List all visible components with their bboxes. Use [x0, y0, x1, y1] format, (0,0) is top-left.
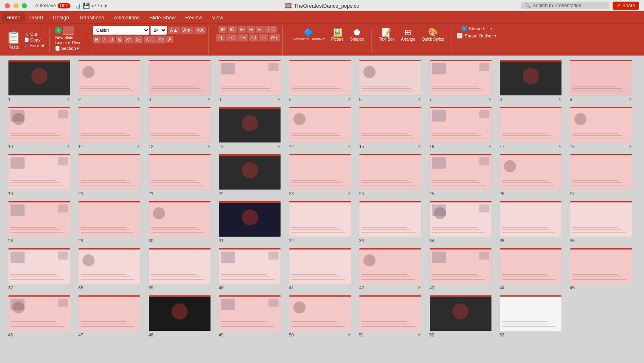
- slide-item[interactable]: 14★: [289, 107, 355, 149]
- slide-item[interactable]: 41☆: [289, 248, 355, 290]
- slide-star[interactable]: ★: [417, 332, 421, 337]
- slide-star[interactable]: ☆: [277, 191, 281, 196]
- slide-star[interactable]: ☆: [207, 332, 211, 337]
- slide-item[interactable]: 53☆: [500, 295, 566, 337]
- slide-thumbnail[interactable]: [429, 201, 492, 237]
- slide-item[interactable]: 1★: [8, 60, 74, 102]
- slide-thumbnail[interactable]: [289, 295, 351, 331]
- minimize-button[interactable]: [13, 3, 19, 8]
- slide-star[interactable]: ☆: [558, 285, 562, 290]
- slide-star[interactable]: ★: [136, 144, 140, 149]
- slide-thumbnail[interactable]: [78, 107, 140, 143]
- slide-item[interactable]: 48☆: [149, 295, 215, 337]
- slide-thumbnail[interactable]: [359, 295, 421, 331]
- slide-thumbnail[interactable]: [500, 154, 562, 190]
- slide-item[interactable]: 52☆: [429, 295, 495, 337]
- slide-thumbnail[interactable]: [289, 60, 351, 96]
- slide-thumbnail[interactable]: [289, 248, 351, 284]
- align-left-button[interactable]: ≡L: [216, 34, 226, 41]
- slide-star[interactable]: ☆: [488, 191, 492, 196]
- slide-item[interactable]: 33☆: [359, 201, 425, 243]
- slide-item[interactable]: 2★: [78, 60, 144, 102]
- slide-thumbnail[interactable]: [78, 201, 140, 237]
- slide-thumbnail[interactable]: [359, 248, 421, 284]
- slide-item[interactable]: 50★: [289, 295, 355, 337]
- slide-star[interactable]: ☆: [136, 285, 140, 290]
- strikethrough-button[interactable]: S̶: [116, 36, 123, 43]
- increase-indent-button[interactable]: ⇥: [247, 26, 255, 33]
- slide-star[interactable]: ☆: [207, 191, 211, 196]
- slide-star[interactable]: ★: [347, 191, 351, 196]
- slide-item[interactable]: 44☆: [500, 248, 566, 290]
- slide-star[interactable]: ★: [488, 144, 492, 149]
- slide-star[interactable]: ☆: [558, 191, 562, 196]
- autosave-toggle[interactable]: OFF: [58, 3, 70, 8]
- bullets-button[interactable]: ≡•: [219, 26, 227, 33]
- increase-font-button[interactable]: A▲: [168, 27, 180, 34]
- slide-star[interactable]: ☆: [136, 191, 140, 196]
- align-center-button[interactable]: ≡C: [226, 34, 237, 41]
- slide-star[interactable]: ★: [628, 97, 632, 102]
- slide-star[interactable]: ★: [417, 97, 421, 102]
- cut-button[interactable]: ✂️ Cut: [24, 32, 44, 37]
- slide-thumbnail[interactable]: [359, 60, 421, 96]
- slide-thumbnail[interactable]: [149, 201, 211, 237]
- menu-transitions[interactable]: Transitions: [74, 13, 109, 22]
- slide-item[interactable]: 20☆: [78, 154, 144, 196]
- slide-item[interactable]: 13★: [219, 107, 285, 149]
- slide-thumbnail[interactable]: [500, 248, 562, 284]
- slide-star[interactable]: ☆: [136, 238, 140, 243]
- slide-thumbnail[interactable]: [500, 107, 562, 143]
- slide-thumbnail[interactable]: [570, 60, 632, 96]
- font-size-select[interactable]: 24: [151, 26, 167, 35]
- slide-star[interactable]: ☆: [488, 332, 492, 337]
- text-shadow-button[interactable]: Aˢ: [157, 36, 165, 43]
- slide-star[interactable]: ★: [488, 97, 492, 102]
- slide-item[interactable]: 4★: [219, 60, 285, 102]
- slide-star[interactable]: ★: [136, 97, 140, 102]
- slide-star[interactable]: ☆: [66, 191, 70, 196]
- slide-star[interactable]: ☆: [417, 238, 421, 243]
- slide-star[interactable]: ★: [417, 144, 421, 149]
- new-slide-button[interactable]: + New Slide: [55, 26, 74, 40]
- slide-item[interactable]: 15★: [359, 107, 425, 149]
- format-button[interactable]: 🖌️ Format: [24, 43, 44, 48]
- slide-star[interactable]: ★: [347, 97, 351, 102]
- italic-button[interactable]: I: [101, 36, 107, 43]
- slide-star[interactable]: ☆: [628, 191, 632, 196]
- menu-home[interactable]: Home: [2, 13, 25, 22]
- slide-item[interactable]: 31☆: [219, 201, 285, 243]
- maximize-button[interactable]: [22, 3, 27, 8]
- slide-item[interactable]: 39☆: [149, 248, 215, 290]
- convert-smartart-button[interactable]: 🔷 Convert to SmartArt: [290, 26, 327, 43]
- slide-star[interactable]: ☆: [558, 332, 562, 337]
- slide-item[interactable]: 40☆: [219, 248, 285, 290]
- bold-button[interactable]: B: [93, 36, 101, 43]
- slide-thumbnail[interactable]: [570, 201, 632, 237]
- slide-thumbnail[interactable]: [219, 201, 281, 237]
- slide-thumbnail[interactable]: [8, 295, 70, 331]
- menu-slideshow[interactable]: Slide Show: [144, 13, 180, 22]
- slide-star[interactable]: ★: [417, 285, 421, 290]
- close-button[interactable]: [5, 3, 10, 8]
- slide-thumbnail[interactable]: [78, 60, 140, 96]
- save-icon[interactable]: 💾: [83, 2, 90, 9]
- slide-thumbnail[interactable]: [8, 154, 70, 190]
- slide-item[interactable]: 38☆: [78, 248, 144, 290]
- slide-star[interactable]: ☆: [277, 285, 281, 290]
- slide-item[interactable]: 18★: [570, 107, 636, 149]
- slide-thumbnail[interactable]: [500, 295, 562, 331]
- slide-star[interactable]: ☆: [628, 238, 632, 243]
- slide-item[interactable]: 46☆: [8, 295, 74, 337]
- arrange-button[interactable]: ⊞ Arrange: [398, 26, 418, 43]
- slide-item[interactable]: 23★: [289, 154, 355, 196]
- slide-item[interactable]: 25☆: [429, 154, 495, 196]
- slide-item[interactable]: 16★: [429, 107, 495, 149]
- slide-item[interactable]: 43☆: [429, 248, 495, 290]
- shapes-button[interactable]: ⬟ Shapes: [348, 26, 366, 43]
- presentation-icon[interactable]: 📊: [74, 2, 81, 9]
- char-spacing-button[interactable]: A↔: [144, 36, 156, 43]
- slide-thumbnail[interactable]: [570, 248, 632, 284]
- slide-star[interactable]: ☆: [347, 285, 351, 290]
- slide-thumbnail[interactable]: [289, 201, 351, 237]
